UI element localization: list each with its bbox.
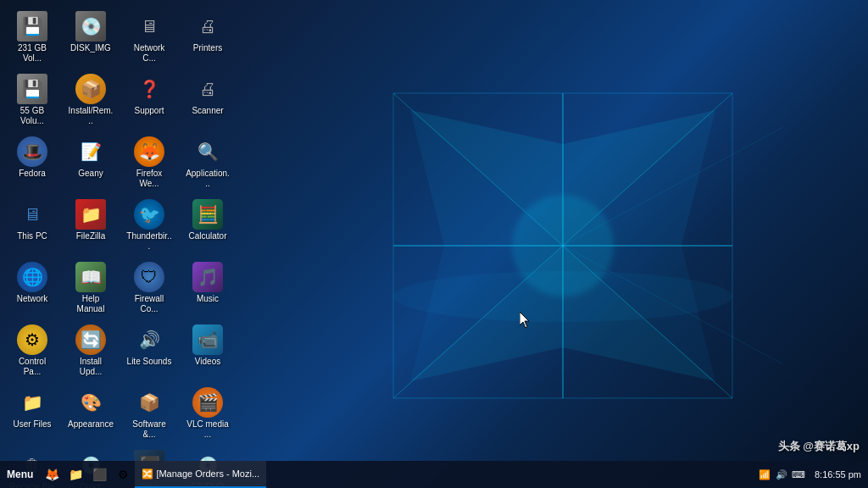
icon-geany-label: Geany <box>78 169 103 179</box>
icon-installupdates[interactable]: 🔄Install Upd... <box>65 322 116 380</box>
icon-appsearch-label: Application... <box>185 169 231 189</box>
icon-music-label: Music <box>197 294 219 304</box>
icon-calculator-image: 🧮 <box>192 199 223 230</box>
taskbar-terminal-icon[interactable]: ⬛ <box>87 461 111 488</box>
icon-networkc-image: 🖥 <box>134 11 164 42</box>
icon-fedora-label: Fedora <box>19 169 46 179</box>
taskbar-tray: 📶 🔊 ⌨ 8:16:55 pm <box>750 461 868 488</box>
icon-scanner-image: 🖨 <box>192 74 223 104</box>
taskbar-pinned-icons: 🦊 📁 ⬛ ⚙ <box>40 461 135 488</box>
icon-support-image: ❓ <box>134 74 164 104</box>
icon-installrem-label: Install/Rem... <box>68 106 114 126</box>
tray-volume-icon[interactable]: 🔊 <box>774 467 789 482</box>
icon-vlc-label: VLC media ... <box>185 419 231 440</box>
icon-231gb-label: 231 GB Vol... <box>9 43 55 64</box>
icon-support-label: Support <box>134 106 164 116</box>
icon-software[interactable]: 📦Software &... <box>124 385 175 442</box>
icon-thispc-image: 🖥 <box>17 199 47 230</box>
svg-point-23 <box>393 271 732 322</box>
icon-support[interactable]: ❓Support <box>124 71 175 129</box>
icon-controlpanel[interactable]: ⚙Control Pa... <box>7 322 58 380</box>
icon-appsearch-image: 🔍 <box>192 136 223 167</box>
icon-appearance-label: Appearance <box>68 419 114 430</box>
icon-vlc-image: 🎬 <box>192 387 223 418</box>
icon-controlpanel-label: Control Pa... <box>9 357 55 377</box>
icon-controlpanel-image: ⚙ <box>17 324 47 355</box>
icon-printers[interactable]: 🖨Printers <box>182 8 233 66</box>
icon-firewall[interactable]: 🛡Firewall Co... <box>124 259 175 317</box>
icon-printers-image: 🖨 <box>192 11 223 42</box>
icon-diskimg[interactable]: 💿DISK_IMG <box>65 8 116 66</box>
icon-network-image: 🌐 <box>17 262 47 292</box>
icon-software-label: Software &... <box>126 419 172 440</box>
icon-installupdates-label: Install Upd... <box>68 357 114 377</box>
icon-thunderbird-label: Thunderbir... <box>126 231 172 252</box>
icon-thunderbird[interactable]: 🐦Thunderbir... <box>124 197 175 254</box>
icon-55gb[interactable]: 💾55 GB Volu... <box>7 71 58 129</box>
icon-installupdates-image: 🔄 <box>75 324 106 355</box>
icon-appsearch[interactable]: 🔍Application... <box>182 134 233 191</box>
icon-filezilla-label: FileZilla <box>76 231 105 241</box>
icon-helpmanual[interactable]: 📖Help Manual <box>65 259 116 317</box>
taskbar-folder-icon[interactable]: 📁 <box>64 461 87 488</box>
icon-55gb-image: 💾 <box>17 74 47 104</box>
icon-calculator[interactable]: 🧮Calculator <box>182 197 233 254</box>
taskbar-settings-icon[interactable]: ⚙ <box>111 461 135 488</box>
icon-userfiles-label: User Files <box>13 419 51 430</box>
icon-calculator-label: Calculator <box>188 231 226 241</box>
desktop-wallpaper <box>342 42 783 449</box>
icon-filezilla-image: 📁 <box>75 199 106 230</box>
tray-keyboard-icon[interactable]: ⌨ <box>791 467 806 482</box>
icon-231gb-image: 💾 <box>17 11 47 42</box>
taskbar-open-task[interactable]: 🔀 [Manage Orders - Mozi... <box>135 461 266 488</box>
icon-scanner-label: Scanner <box>192 106 223 116</box>
icon-geany-image: 📝 <box>75 136 106 167</box>
icon-networkc-label: Network C... <box>126 43 172 64</box>
start-button[interactable]: Menu <box>0 461 40 488</box>
icon-videos-image: 📹 <box>192 324 223 355</box>
icon-network[interactable]: 🌐Network <box>7 259 58 317</box>
icon-music-image: 🎵 <box>192 262 223 292</box>
desktop-icons-container: 💾231 GB Vol...💿DISK_IMG🖥Network C...🖨Pri… <box>7 8 237 488</box>
icon-printers-label: Printers <box>193 43 222 53</box>
icon-installrem[interactable]: 📦Install/Rem... <box>65 71 116 129</box>
icon-helpmanual-label: Help Manual <box>68 294 114 314</box>
taskbar: Menu 🦊 📁 ⬛ ⚙ 🔀 [Manage Orders - Mozi... … <box>0 461 868 488</box>
start-label: Menu <box>7 469 33 480</box>
icon-55gb-label: 55 GB Volu... <box>9 106 55 126</box>
icon-filezilla[interactable]: 📁FileZilla <box>65 197 116 254</box>
icon-diskimg-label: DISK_IMG <box>70 43 111 53</box>
taskbar-firefox-icon[interactable]: 🦊 <box>40 461 64 488</box>
icon-geany[interactable]: 📝Geany <box>65 134 116 191</box>
icon-videos-label: Videos <box>195 357 220 367</box>
icon-thispc-label: This PC <box>17 231 47 241</box>
icon-appearance-image: 🎨 <box>75 387 106 418</box>
icon-firefox[interactable]: 🦊Firefox We... <box>124 134 175 191</box>
icon-videos[interactable]: 📹Videos <box>182 322 233 380</box>
tray-network-icon[interactable]: 📶 <box>757 467 772 482</box>
icon-thunderbird-image: 🐦 <box>134 199 164 230</box>
icon-firefox-image: 🦊 <box>134 136 164 167</box>
icon-appearance[interactable]: 🎨Appearance <box>65 385 116 442</box>
icon-thispc[interactable]: 🖥This PC <box>7 197 58 254</box>
icon-vlc[interactable]: 🎬VLC media ... <box>182 385 233 442</box>
icon-firewall-label: Firewall Co... <box>126 294 172 314</box>
icon-scanner[interactable]: 🖨Scanner <box>182 71 233 129</box>
icon-software-image: 📦 <box>134 387 164 418</box>
icon-firefox-label: Firefox We... <box>126 169 172 189</box>
taskbar-clock[interactable]: 8:16:55 pm <box>815 469 861 480</box>
icon-networkc[interactable]: 🖥Network C... <box>124 8 175 66</box>
icon-helpmanual-image: 📖 <box>75 262 106 292</box>
desktop: 💾231 GB Vol...💿DISK_IMG🖥Network C...🖨Pri… <box>0 0 868 488</box>
icon-music[interactable]: 🎵Music <box>182 259 233 317</box>
icon-fedora-image: 🎩 <box>17 136 47 167</box>
icon-231gb[interactable]: 💾231 GB Vol... <box>7 8 58 66</box>
icon-litesounds[interactable]: 🔊Lite Sounds <box>124 322 175 380</box>
icon-fedora[interactable]: 🎩Fedora <box>7 134 58 191</box>
tray-icons: 📶 🔊 ⌨ <box>757 467 806 482</box>
icon-litesounds-label: Lite Sounds <box>127 357 172 367</box>
watermark: 头条 @赛诺葛xp <box>778 439 860 454</box>
icon-userfiles[interactable]: 📁User Files <box>7 385 58 442</box>
icon-firewall-image: 🛡 <box>134 262 164 292</box>
icon-userfiles-image: 📁 <box>17 387 47 418</box>
